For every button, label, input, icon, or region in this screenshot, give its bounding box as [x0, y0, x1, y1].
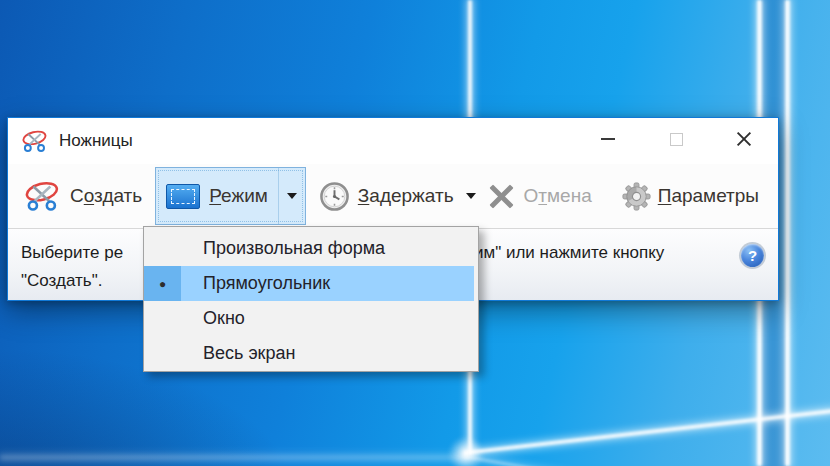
instruction-text-line2: "Создать". [21, 271, 102, 291]
light-beam-glow [448, 436, 484, 466]
menu-gutter [144, 336, 181, 371]
dropdown-arrow-icon [287, 193, 297, 199]
help-icon: ? [748, 247, 757, 264]
menu-item-full-screen[interactable]: Весь экран [144, 336, 478, 371]
desktop-wallpaper: Ножницы Создать [0, 0, 830, 466]
close-button[interactable] [710, 118, 778, 160]
options-button[interactable]: Параметры [621, 181, 759, 212]
clock-icon [319, 181, 350, 212]
menu-gutter [144, 301, 181, 336]
new-snip-button[interactable]: Создать [25, 180, 142, 212]
gear-icon [621, 181, 652, 212]
cancel-button[interactable]: Отмена [488, 183, 592, 210]
toolbar: Создать Режим [8, 164, 778, 228]
menu-item-window[interactable]: Окно [144, 301, 478, 336]
minimize-button[interactable] [574, 118, 642, 160]
maximize-icon [670, 133, 683, 146]
mode-rectangle-icon [166, 184, 200, 209]
light-beam [785, 0, 790, 466]
mode-button[interactable]: Режим [156, 168, 278, 224]
menu-gutter: ● [144, 266, 181, 301]
help-button[interactable]: ? [741, 244, 764, 267]
cancel-x-icon [488, 183, 515, 210]
cancel-label: Отмена [524, 185, 592, 207]
menu-item-rectangle[interactable]: ● Прямоугольник [144, 266, 474, 301]
mode-dropdown-menu: Произвольная форма ● Прямоугольник Окно … [143, 226, 479, 372]
scissors-icon [25, 180, 63, 212]
mode-label: Режим [209, 185, 268, 207]
maximize-button[interactable] [642, 118, 710, 160]
light-beam [0, 456, 466, 459]
mode-split-button: Режим [155, 167, 306, 225]
instruction-text-left: Выберите ре [21, 243, 123, 263]
dropdown-arrow-icon [466, 193, 476, 199]
delay-button[interactable]: Задержать [319, 181, 476, 212]
delay-label: Задержать [358, 185, 454, 207]
instruction-text-right: им" или нажмите кнопку [474, 243, 664, 263]
app-scissors-icon [22, 129, 50, 153]
minimize-icon [601, 138, 615, 140]
new-snip-label: Создать [70, 185, 142, 207]
caption-buttons [574, 118, 778, 160]
window-title: Ножницы [59, 131, 133, 151]
close-icon [735, 130, 753, 148]
selected-bullet-icon: ● [159, 278, 166, 290]
menu-item-free-form[interactable]: Произвольная форма [144, 231, 478, 266]
options-label: Параметры [658, 185, 759, 207]
mode-dropdown-button[interactable] [278, 168, 305, 224]
titlebar[interactable]: Ножницы [8, 118, 778, 164]
menu-gutter [144, 231, 181, 266]
